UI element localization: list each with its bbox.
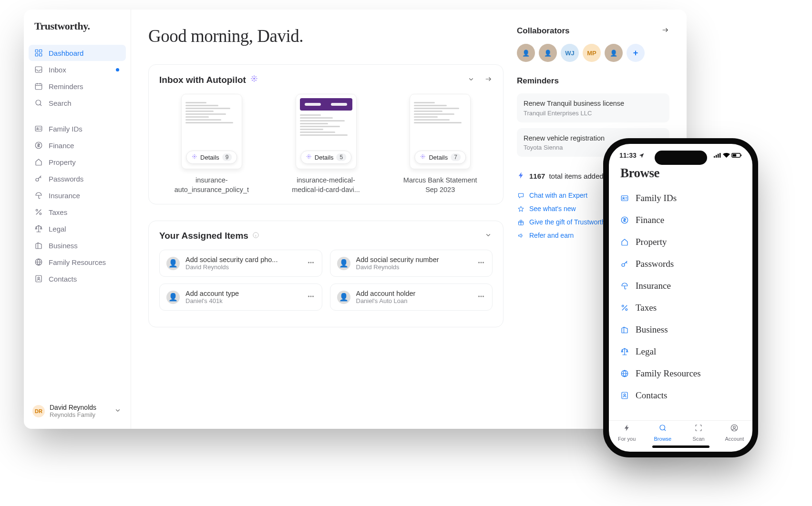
- browse-item-insurance[interactable]: Insurance: [620, 275, 741, 297]
- link-text: Give the gift of Trustworthy: [529, 218, 609, 226]
- scan-icon: [694, 424, 703, 435]
- details-chip[interactable]: Details 7: [414, 151, 465, 164]
- collaborator-avatar[interactable]: 👤: [539, 44, 557, 62]
- tab-label: Account: [725, 436, 744, 442]
- add-collaborator-button[interactable]: +: [627, 44, 645, 62]
- umbrella-icon: [34, 191, 43, 200]
- document-thumbnail: Details 5: [296, 94, 357, 169]
- browse-item-label: Legal: [636, 346, 656, 357]
- browse-item-legal[interactable]: Legal: [620, 341, 741, 363]
- reminder-card[interactable]: Renew Tranquil business licenseTranquil …: [517, 93, 669, 122]
- svg-rect-24: [716, 155, 717, 158]
- phone-title: Browse: [609, 161, 752, 187]
- sidebar-item-dashboard[interactable]: Dashboard: [29, 45, 126, 61]
- details-count: 5: [337, 153, 347, 161]
- scale-icon: [34, 224, 43, 233]
- collaborator-avatar[interactable]: WJ: [561, 44, 579, 62]
- details-chip[interactable]: Details 9: [186, 151, 237, 164]
- avatar: 👤: [337, 291, 350, 304]
- assigned-task[interactable]: 👤 Add social security card pho... David …: [159, 250, 322, 277]
- reminder-title: Renew Tranquil business license: [524, 99, 663, 109]
- collapse-icon[interactable]: [484, 231, 493, 241]
- browse-item-finance[interactable]: Finance: [620, 209, 741, 231]
- assigned-task[interactable]: 👤 Add social security number David Reyno…: [330, 250, 493, 277]
- assigned-title: Your Assigned Items: [159, 231, 248, 241]
- id-icon: [620, 194, 629, 202]
- details-count: 7: [451, 153, 461, 161]
- inbox-document[interactable]: Details 5 insurance-medical-medical-id-c…: [274, 94, 379, 194]
- sidebar-item-finance[interactable]: Finance: [29, 137, 126, 153]
- svg-rect-26: [719, 153, 720, 158]
- sidebar-item-property[interactable]: Property: [29, 154, 126, 170]
- tab-for-you[interactable]: For you: [609, 424, 645, 442]
- sidebar-item-taxes[interactable]: Taxes: [29, 204, 126, 220]
- document-thumbnail: Details 9: [181, 94, 242, 169]
- assigned-task[interactable]: 👤 Add account holder Daniel's Auto Loan: [330, 283, 493, 311]
- stats-number: 1167: [529, 172, 545, 180]
- browse-item-contacts[interactable]: Contacts: [620, 385, 741, 406]
- sidebar-item-legal[interactable]: Legal: [29, 221, 126, 237]
- collaborator-avatar[interactable]: MP: [583, 44, 601, 62]
- battery-icon: [731, 152, 742, 158]
- phone-time: 11:33: [619, 152, 637, 159]
- browse-item-taxes[interactable]: Taxes: [620, 297, 741, 319]
- dollar-icon: [620, 216, 629, 224]
- browse-item-family-ids[interactable]: Family IDs: [620, 187, 741, 209]
- collaborator-avatar[interactable]: 👤: [517, 44, 535, 62]
- open-collaborators-icon[interactable]: [661, 26, 669, 36]
- details-chip[interactable]: Details 5: [300, 151, 351, 164]
- browse-item-family-resources[interactable]: Family Resources: [620, 363, 741, 385]
- tab-label: Browse: [654, 436, 672, 442]
- collaborators-title: Collaborators: [517, 26, 570, 36]
- user-menu[interactable]: DR David Reynolds Reynolds Family: [29, 400, 126, 422]
- sidebar-item-family-resources[interactable]: Family Resources: [29, 254, 126, 270]
- info-icon[interactable]: [252, 231, 259, 241]
- open-inbox-icon[interactable]: [484, 75, 493, 85]
- sidebar-item-contacts[interactable]: Contacts: [29, 271, 126, 287]
- sidebar-item-insurance[interactable]: Insurance: [29, 187, 126, 203]
- tab-scan[interactable]: Scan: [681, 424, 717, 442]
- browse-item-business[interactable]: Business: [620, 319, 741, 341]
- sidebar-item-passwords[interactable]: Passwords: [29, 171, 126, 187]
- browse-item-passwords[interactable]: Passwords: [620, 253, 741, 275]
- task-title: Add account holder: [356, 290, 472, 297]
- sparkle-icon: [420, 153, 426, 161]
- link-text: See what's new: [529, 205, 576, 213]
- browse-item-property[interactable]: Property: [620, 231, 741, 253]
- id-icon: [34, 124, 43, 133]
- collaborator-avatar[interactable]: 👤: [605, 44, 623, 62]
- sidebar-item-label: Contacts: [49, 275, 77, 283]
- sidebar-item-reminders[interactable]: Reminders: [29, 78, 126, 94]
- inbox-autopilot-card: Inbox with Autopilot Details 9 insurance…: [148, 64, 504, 204]
- sparkle-icon: [191, 153, 197, 161]
- sidebar-item-search[interactable]: Search: [29, 95, 126, 111]
- tab-browse[interactable]: Browse: [645, 424, 680, 442]
- sidebar-item-business[interactable]: Business: [29, 237, 126, 253]
- more-icon[interactable]: [477, 292, 485, 303]
- collapse-icon[interactable]: [467, 75, 475, 85]
- inbox-document[interactable]: Details 7 Marcus Bank Statement Sep 2023: [388, 94, 493, 194]
- reminder-subtitle: Tranquil Enterprises LLC: [524, 110, 663, 117]
- home-indicator: [652, 445, 709, 448]
- more-icon[interactable]: [307, 258, 315, 269]
- sidebar-item-family-ids[interactable]: Family IDs: [29, 121, 126, 137]
- link-text: Refer and earn: [529, 232, 574, 239]
- document-name: insurance-auto_insurance_policy_t: [171, 176, 252, 194]
- sidebar-item-inbox[interactable]: Inbox: [29, 61, 126, 78]
- scale-icon: [620, 347, 629, 356]
- svg-rect-23: [714, 156, 715, 158]
- more-icon[interactable]: [307, 292, 315, 303]
- more-icon[interactable]: [477, 258, 485, 269]
- inbox-document[interactable]: Details 9 insurance-auto_insurance_polic…: [159, 94, 264, 194]
- globe-icon: [34, 258, 43, 266]
- umbrella-icon: [620, 282, 629, 290]
- reminders-title: Reminders: [517, 76, 559, 86]
- details-label: Details: [429, 154, 448, 161]
- browse-item-label: Insurance: [636, 281, 671, 291]
- browse-item-label: Property: [636, 237, 667, 247]
- assigned-task[interactable]: 👤 Add account type Daniel's 401k: [159, 283, 322, 311]
- inbox-icon: [34, 65, 43, 74]
- contacts-icon: [34, 274, 43, 283]
- percent-icon: [620, 304, 629, 312]
- tab-account[interactable]: Account: [717, 424, 752, 442]
